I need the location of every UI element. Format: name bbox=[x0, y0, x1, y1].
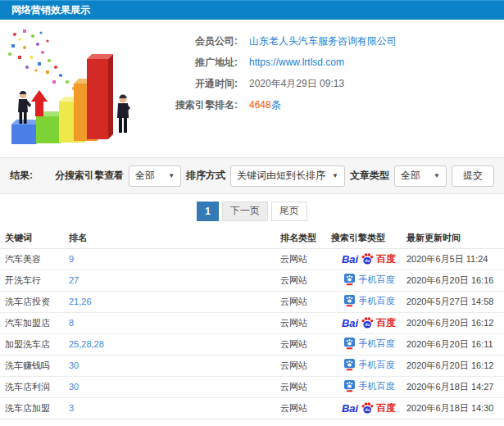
rank-unit: 条 bbox=[271, 99, 281, 111]
table-row: 开洗车行27云网站手机百度2020年6月20日 16:16 bbox=[0, 270, 504, 291]
info-row-company: 会员公司: 山东老人头汽车服务咨询有限公司 bbox=[156, 30, 504, 52]
col-updated: 最新更新时间 bbox=[406, 228, 504, 248]
rank-link[interactable]: 8 bbox=[69, 318, 74, 328]
info-row-opened: 开通时间: 2020年4月29日 09:13 bbox=[156, 73, 504, 94]
bar-chart-illustration bbox=[0, 20, 156, 157]
article-type-select[interactable]: 全部 ▼ bbox=[394, 165, 447, 187]
info-row-rank: 搜索引擎排名: 4648条 bbox=[156, 94, 504, 116]
col-engine-type: 搜索引擎类型 bbox=[331, 228, 406, 248]
rank-type-cell: 云网站 bbox=[280, 291, 331, 312]
businessman-right bbox=[117, 95, 130, 134]
engine-type-cell: 手机百度 bbox=[331, 270, 406, 291]
member-info-panel: 会员公司: 山东老人头汽车服务咨询有限公司 推广地址: https://www.… bbox=[156, 20, 504, 157]
mobile-baidu-logo: 手机百度 bbox=[343, 337, 395, 350]
rank-link[interactable]: 30 bbox=[69, 360, 79, 370]
mobile-baidu-icon bbox=[343, 337, 356, 350]
table-row: 洗车店投资21,26云网站手机百度2020年5月27日 14:58 bbox=[0, 291, 504, 312]
rank-link[interactable]: 21,26 bbox=[69, 297, 92, 306]
table-row: 汽车加盟店8云网站Baidu百度2020年6月20日 16:12 bbox=[0, 312, 504, 333]
promo-url-link[interactable]: https://www.lrtlsd.com bbox=[249, 57, 344, 68]
rank-count: 4648 bbox=[249, 99, 271, 111]
page-title: 网络营销效果展示 bbox=[11, 4, 90, 16]
baidu-logo: Baidu百度 bbox=[342, 252, 396, 266]
engine-type-cell: 手机百度 bbox=[331, 376, 406, 397]
rank-link[interactable]: 25,28,28 bbox=[69, 339, 104, 349]
confetti-dots bbox=[8, 29, 82, 97]
engine-rank-label: 搜索引擎排名: bbox=[156, 98, 238, 112]
pagination: 1 下一页 尾页 bbox=[0, 194, 504, 228]
filter-controls: 分搜索引擎查看 全部 ▼ 排序方式 关键词由短到长排序 ▼ 文章类型 全部 ▼ … bbox=[55, 165, 494, 187]
page-title-bar: 网络营销效果展示 bbox=[0, 0, 504, 20]
svg-text:du: du bbox=[365, 408, 370, 412]
engine-filter-value: 全部 bbox=[135, 169, 155, 183]
mobile-baidu-icon bbox=[343, 358, 356, 371]
rank-type-cell: 云网站 bbox=[280, 248, 331, 270]
baidu-paw-icon: du bbox=[359, 401, 375, 415]
article-type-label: 文章类型 bbox=[350, 169, 389, 183]
ranking-table-body: 汽车美容9云网站Baidu百度2020年6月5日 11:24开洗车行27云网站手… bbox=[0, 248, 504, 419]
mobile-baidu-icon bbox=[343, 379, 356, 392]
svg-text:du: du bbox=[365, 323, 370, 327]
keyword-cell: 洗车赚钱吗 bbox=[0, 355, 69, 376]
updated-cell: 2020年6月20日 16:12 bbox=[406, 355, 504, 376]
rank-cell: 30 bbox=[69, 376, 280, 397]
summary-section: 会员公司: 山东老人头汽车服务咨询有限公司 推广地址: https://www.… bbox=[0, 20, 504, 157]
col-keyword: 关键词 bbox=[0, 228, 69, 248]
baidu-paw-icon: du bbox=[359, 252, 375, 266]
keyword-cell: 汽车美容 bbox=[0, 248, 69, 270]
keyword-cell: 加盟洗车店 bbox=[0, 333, 69, 355]
chevron-down-icon: ▼ bbox=[434, 172, 440, 179]
chevron-down-icon: ▼ bbox=[168, 172, 175, 179]
rank-link[interactable]: 27 bbox=[69, 275, 79, 285]
table-row: 洗车赚钱吗30云网站手机百度2020年6月20日 16:12 bbox=[0, 355, 504, 376]
last-page-button[interactable]: 尾页 bbox=[271, 202, 307, 221]
engine-type-cell: Baidu百度 bbox=[331, 397, 406, 419]
rank-cell: 27 bbox=[69, 270, 280, 291]
engine-type-cell: 手机百度 bbox=[331, 333, 406, 355]
mobile-baidu-logo: 手机百度 bbox=[343, 273, 395, 286]
engine-type-cell: Baidu百度 bbox=[331, 248, 406, 270]
col-rank: 排名 bbox=[69, 228, 280, 248]
table-row: 洗车店利润30云网站手机百度2020年6月18日 14:27 bbox=[0, 376, 504, 397]
table-header-row: 关键词 排名 排名类型 搜索引擎类型 最新更新时间 bbox=[0, 228, 504, 248]
rank-type-cell: 云网站 bbox=[280, 397, 331, 419]
rank-type-cell: 云网站 bbox=[280, 355, 331, 376]
svg-text:du: du bbox=[365, 259, 370, 263]
sort-filter-select[interactable]: 关键词由短到长排序 ▼ bbox=[230, 165, 345, 187]
info-row-url: 推广地址: https://www.lrtlsd.com bbox=[156, 52, 504, 73]
engine-type-cell: 手机百度 bbox=[331, 355, 406, 376]
company-label: 会员公司: bbox=[156, 34, 238, 48]
rank-link[interactable]: 9 bbox=[69, 254, 74, 264]
mobile-baidu-logo: 手机百度 bbox=[343, 358, 395, 371]
engine-filter-select[interactable]: 全部 ▼ bbox=[129, 165, 181, 187]
rank-cell: 25,28,28 bbox=[69, 333, 280, 355]
page-button-1[interactable]: 1 bbox=[197, 202, 219, 221]
company-link[interactable]: 山东老人头汽车服务咨询有限公司 bbox=[249, 34, 397, 48]
ranking-table: 关键词 排名 排名类型 搜索引擎类型 最新更新时间 汽车美容9云网站Baidu百… bbox=[0, 228, 504, 419]
rank-type-cell: 云网站 bbox=[280, 312, 331, 333]
businessman-left bbox=[18, 91, 31, 124]
table-row: 加盟洗车店25,28,28云网站手机百度2020年6月20日 16:11 bbox=[0, 333, 504, 355]
keyword-cell: 洗车店利润 bbox=[0, 376, 69, 397]
chevron-down-icon: ▼ bbox=[332, 172, 338, 179]
baidu-paw-icon: du bbox=[359, 315, 375, 330]
updated-cell: 2020年5月27日 14:58 bbox=[406, 291, 504, 312]
rank-link[interactable]: 30 bbox=[69, 382, 79, 392]
next-page-button[interactable]: 下一页 bbox=[222, 202, 268, 221]
mobile-baidu-icon bbox=[343, 294, 356, 307]
baidu-logo: Baidu百度 bbox=[342, 315, 396, 330]
rank-type-cell: 云网站 bbox=[280, 333, 331, 355]
baidu-logo: Baidu百度 bbox=[342, 401, 396, 415]
sort-filter-value: 关键词由短到长排序 bbox=[237, 169, 325, 183]
mobile-baidu-logo: 手机百度 bbox=[343, 294, 395, 307]
rank-link[interactable]: 3 bbox=[69, 403, 74, 413]
marketing-results-page: 网络营销效果展示 bbox=[0, 0, 504, 426]
updated-cell: 2020年6月18日 14:30 bbox=[406, 397, 504, 419]
table-row: 汽车美容9云网站Baidu百度2020年6月5日 11:24 bbox=[0, 248, 504, 270]
submit-button[interactable]: 提交 bbox=[452, 165, 494, 187]
rank-type-cell: 云网站 bbox=[280, 376, 331, 397]
engine-type-cell: 手机百度 bbox=[331, 291, 406, 312]
engine-filter-label: 分搜索引擎查看 bbox=[55, 169, 124, 183]
rank-cell: 30 bbox=[69, 355, 280, 376]
updated-cell: 2020年6月20日 16:12 bbox=[406, 312, 504, 333]
